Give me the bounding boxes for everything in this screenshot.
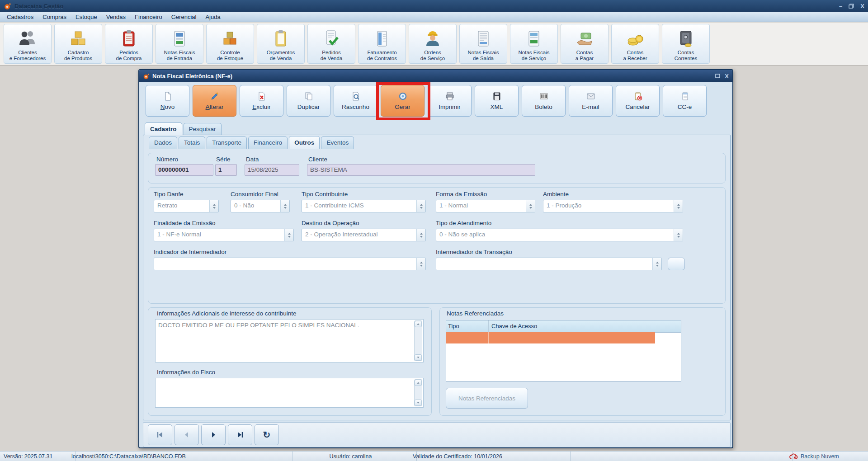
info-adicionais-textarea[interactable]: DOCTO EMITIDO P ME OU EPP OPTANTE PELO S… [155,319,424,362]
scrollbar[interactable] [414,379,422,406]
minimize-icon[interactable]: – [839,3,842,9]
ambiente-select[interactable]: 1 - Produção [543,200,683,212]
duplicar-button[interactable]: Duplicar [287,85,330,117]
tab-pesquisar[interactable]: Pesquisar [184,123,222,135]
status-backup-nuvem[interactable]: Backup Nuvem [785,452,868,461]
numero-field[interactable]: 000000001 [155,164,213,176]
tab-financeiro[interactable]: Financeiro [248,136,288,149]
toolbar-contas-pagar[interactable]: Contas a Pagar [561,24,609,64]
products-icon [68,29,88,49]
xml-save-icon [492,91,502,101]
menu-vendas[interactable]: Vendas [102,13,130,21]
finalidade-emissao-select[interactable]: 1 - NF-e Normal [154,229,294,241]
tipo-danfe-label: Tipo Danfe [154,191,184,198]
consumidor-final-label: Consumidor Final [231,191,278,198]
scroll-down-icon[interactable] [415,400,422,406]
scroll-up-icon[interactable] [415,321,422,327]
notas-referenciadas-button[interactable]: Notas Referenciadas [446,388,528,409]
close-icon[interactable]: X [860,3,864,9]
excluir-button[interactable]: Excluir [240,85,283,117]
rascunho-button[interactable]: Rascunho [334,85,377,117]
tab-dados[interactable]: Dados [149,136,177,149]
imprimir-button[interactable]: Imprimir [428,85,472,117]
toolbar-ordens-servico[interactable]: Ordens de Serviço [409,24,457,64]
dialog-close-icon[interactable]: X [725,73,729,80]
toolbar-contas-correntes[interactable]: Contas Correntes [662,24,710,64]
cliente-label: Cliente [308,156,327,163]
data-field[interactable]: 15/08/2025 [245,164,299,176]
scrollbar[interactable] [414,320,422,361]
xml-button[interactable]: XML [475,85,519,117]
spinner-icon[interactable] [652,258,661,270]
destino-operacao-select[interactable]: 2 - Operação Interestadual [302,229,426,241]
tab-cadastro[interactable]: Cadastro [145,122,182,135]
boleto-button[interactable]: Boleto [522,85,566,117]
consumidor-final-select[interactable]: 0 - Não [231,200,290,212]
next-record-button[interactable] [201,424,226,445]
tab-transporte[interactable]: Transporte [207,136,247,149]
spinner-icon[interactable] [209,200,218,212]
novo-button[interactable]: Novo [146,85,189,117]
notas-referenciadas-label: Notas Referenciadas [447,310,504,317]
cce-button[interactable]: CC-e [663,85,707,117]
toolbar-contas-receber[interactable]: Contas a Receber [611,24,659,64]
column-tipo[interactable]: Tipo [446,320,489,332]
spinner-icon[interactable] [280,200,289,212]
spinner-icon[interactable] [284,229,293,241]
menu-compras[interactable]: Compras [38,13,71,21]
serie-field[interactable]: 1 [215,164,237,176]
cliente-field[interactable]: BS-SISTEMA [307,164,535,176]
dialog-titlebar[interactable]: Nota Fiscal Eletrônica (NF-e) X [139,70,732,82]
toolbar-nf-saida[interactable]: Notas Fiscais de Saída [459,24,507,64]
last-record-button[interactable] [228,424,252,445]
intermediador-transacao-select[interactable] [436,258,662,270]
destino-operacao-label: Destino da Operação [302,220,359,226]
email-button[interactable]: E-mail [569,85,613,117]
menu-gerencial[interactable]: Gerencial [167,13,201,21]
toolbar-nf-entrada[interactable]: Notas Fiscais de Entrada [156,24,203,64]
menubar: Cadastros Compras Estoque Vendas Finance… [0,12,868,22]
spinner-icon[interactable] [416,258,425,270]
toolbar-clientes-fornecedores[interactable]: Clientes e Fornecedores [4,24,52,64]
menu-ajuda[interactable]: Ajuda [201,13,224,21]
refresh-button[interactable]: ↻ [255,424,279,445]
spinner-icon[interactable] [674,229,683,241]
tab-totais[interactable]: Totais [179,136,205,149]
forma-emissao-select[interactable]: 1 - Normal [436,200,535,212]
menu-financeiro[interactable]: Financeiro [131,13,166,21]
spinner-icon[interactable] [674,200,683,212]
menu-estoque[interactable]: Estoque [71,13,101,21]
alterar-button[interactable]: Alterar [193,85,236,117]
restore-icon[interactable] [849,4,854,9]
scroll-down-icon[interactable] [415,354,422,361]
spinner-icon[interactable] [416,229,425,241]
cancelar-button[interactable]: Cancelar [616,85,660,117]
tipo-contribuinte-select[interactable]: 1 - Contribuinte ICMS [302,200,426,212]
tipo-atendimento-select[interactable]: 0 - Não se aplica [436,229,683,241]
column-chave-de-acesso[interactable]: Chave de Acesso [489,320,681,332]
tab-outros[interactable]: Outros [289,136,320,149]
info-fisco-textarea[interactable] [155,378,424,408]
indicador-intermediador-select[interactable] [154,258,426,270]
intermediador-lookup-button[interactable] [668,258,685,270]
toolbar-nf-servico[interactable]: Notas Fiscais de Serviço [510,24,558,64]
previous-record-button[interactable] [175,424,199,445]
notas-referenciadas-table[interactable]: Tipo Chave de Acesso [446,320,681,381]
tipo-atendimento-label: Tipo de Atendimento [436,220,491,226]
toolbar-controle-estoque[interactable]: Controle de Estoque [206,24,254,64]
menu-cadastros[interactable]: Cadastros [3,13,38,21]
tipo-danfe-select[interactable]: Retrato [154,200,219,212]
scroll-up-icon[interactable] [415,380,422,386]
first-record-button[interactable] [148,424,172,445]
tab-eventos[interactable]: Eventos [321,136,354,149]
toolbar-orcamentos-venda[interactable]: Orçamentos de Venda [257,24,305,64]
spinner-icon[interactable] [526,200,535,212]
toolbar-faturamento-contratos[interactable]: Faturamento de Contratos [358,24,406,64]
spinner-icon[interactable] [416,200,425,212]
toolbar-cadastro-produtos[interactable]: Cadastro de Produtos [54,24,102,64]
toolbar-pedidos-venda[interactable]: Pedidos de Venda [307,24,355,64]
dialog-maximize-icon[interactable] [715,74,720,78]
toolbar-pedidos-compra[interactable]: Pedidos de Compra [105,24,153,64]
delete-document-icon [257,91,267,101]
table-row-selected[interactable] [446,332,655,343]
